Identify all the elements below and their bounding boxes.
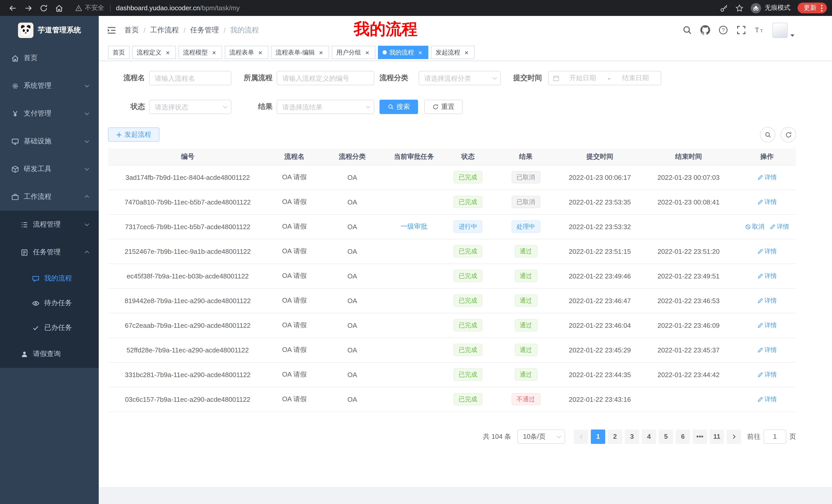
tab-close-icon[interactable]: × xyxy=(210,49,217,56)
tab-用户分组[interactable]: 用户分组× xyxy=(332,46,375,59)
detail-action-link[interactable]: 详情 xyxy=(757,321,777,330)
pagination-next-button[interactable] xyxy=(727,429,741,444)
breadcrumb-workflow[interactable]: 工作流程 xyxy=(150,25,179,35)
page-size-select[interactable] xyxy=(517,429,565,444)
pagination-prev-button[interactable] xyxy=(574,429,588,444)
detail-action-link[interactable]: 详情 xyxy=(757,272,777,280)
create-process-button[interactable]: 发起流程 xyxy=(108,128,159,142)
pager-page-4[interactable]: 4 xyxy=(642,429,656,444)
avatar[interactable] xyxy=(772,22,788,38)
cancel-action-link[interactable]: 取消 xyxy=(745,222,764,231)
cell-category: OA xyxy=(321,362,383,387)
search-icon[interactable] xyxy=(682,25,692,35)
sidebar-toggle-icon[interactable] xyxy=(107,25,116,35)
detail-action-link[interactable]: 详情 xyxy=(757,370,777,379)
tab-close-icon[interactable]: × xyxy=(164,49,171,56)
reset-button[interactable]: 重置 xyxy=(424,100,463,114)
incognito-badge: 无痕模式 xyxy=(751,3,790,13)
cell-process-name: OA 请假 xyxy=(267,338,321,362)
cell-category: OA xyxy=(321,338,383,362)
date-start-placeholder[interactable]: 开始日期 xyxy=(562,74,604,83)
table-toolbar: 发起流程 xyxy=(108,127,796,142)
sidebar-item-task-mgmt[interactable]: 任务管理 xyxy=(0,239,99,266)
pager-page-11[interactable]: 11 xyxy=(710,429,724,444)
status-select-input[interactable] xyxy=(149,100,231,114)
pager-page-3[interactable]: 3 xyxy=(625,429,639,444)
pager-more-button[interactable]: ••• xyxy=(693,429,707,444)
process-name-input[interactable] xyxy=(149,71,231,85)
address-bar[interactable]: 不安全 dashboard.yudao.iocoder.cn /bpm/task… xyxy=(75,4,240,12)
cell-end-time: 2022-01-22 23:49:51 xyxy=(639,263,738,288)
pager-page-6[interactable]: 6 xyxy=(676,429,690,444)
tab-发起流程[interactable]: 发起流程× xyxy=(431,46,475,59)
cell-id: 2152467e-7b9b-11ec-9a1b-acde48001122 xyxy=(108,239,267,263)
sidebar-item-process-mgmt[interactable]: 流程管理 xyxy=(0,211,99,239)
table-row: 7317cec6-7b9b-11ec-b5b7-acde48001122OA 请… xyxy=(108,214,796,239)
tab-close-icon[interactable]: × xyxy=(317,49,324,56)
sidebar-item-devtools[interactable]: 研发工具 xyxy=(0,155,99,183)
pager-page-2[interactable]: 2 xyxy=(608,429,622,444)
tab-close-icon[interactable]: × xyxy=(257,49,264,56)
category-select-input[interactable] xyxy=(419,71,501,85)
browser-home-icon[interactable] xyxy=(55,4,63,12)
tab-流程表单[interactable]: 流程表单× xyxy=(225,46,268,59)
sidebar-item-my-process[interactable]: 我的流程 xyxy=(0,266,99,291)
briefcase-icon xyxy=(11,193,19,201)
result-select-input[interactable] xyxy=(277,100,374,114)
pager-page-1[interactable]: 1 xyxy=(591,429,605,444)
detail-action-link[interactable]: 详情 xyxy=(757,173,777,181)
browser-back-icon[interactable] xyxy=(9,4,17,12)
sidebar-item-home[interactable]: 首页 xyxy=(0,44,99,72)
tab-流程表单-编辑[interactable]: 流程表单-编辑× xyxy=(271,46,329,59)
status-select[interactable] xyxy=(149,100,231,114)
sidebar-item-infra[interactable]: 基础设施 xyxy=(0,128,99,155)
sidebar-item-workflow[interactable]: 工作流程 xyxy=(0,183,99,211)
tab-流程定义[interactable]: 流程定义× xyxy=(132,46,176,59)
result-select[interactable] xyxy=(277,100,374,114)
user-menu[interactable] xyxy=(772,22,795,38)
github-icon[interactable] xyxy=(700,25,710,35)
cell-submit-time: 2022-01-22 23:53:35 xyxy=(561,190,639,214)
goto-page-input[interactable] xyxy=(763,429,786,444)
detail-action-link[interactable]: 详情 xyxy=(757,247,777,256)
browser-reload-icon[interactable] xyxy=(40,4,48,12)
tab-流程模型[interactable]: 流程模型× xyxy=(178,46,222,59)
sidebar-item-payment[interactable]: 支付管理 xyxy=(0,100,99,128)
password-key-icon[interactable] xyxy=(720,4,728,12)
tab-close-icon[interactable]: × xyxy=(417,49,424,56)
sidebar-item-leave-query[interactable]: 请假查询 xyxy=(0,340,99,368)
breadcrumb-task-mgmt[interactable]: 任务管理 xyxy=(190,25,219,35)
tab-close-icon[interactable]: × xyxy=(364,49,371,56)
detail-action-link[interactable]: 详情 xyxy=(770,222,789,231)
date-end-placeholder[interactable]: 结束日期 xyxy=(614,74,657,83)
tab-我的流程[interactable]: 我的流程× xyxy=(378,46,428,59)
submit-time-range-picker[interactable]: 开始日期 - 结束日期 xyxy=(548,71,661,85)
tab-close-icon[interactable]: × xyxy=(463,49,470,56)
detail-action-link[interactable]: 详情 xyxy=(757,395,777,403)
pager-page-5[interactable]: 5 xyxy=(659,429,673,444)
parent-process-input[interactable] xyxy=(277,71,374,85)
search-button[interactable]: 搜索 xyxy=(380,100,418,114)
tab-首页[interactable]: 首页 xyxy=(108,46,130,59)
breadcrumb-home[interactable]: 首页 xyxy=(125,25,139,35)
detail-action-link[interactable]: 详情 xyxy=(757,345,777,354)
bookmark-star-icon[interactable] xyxy=(735,4,744,12)
category-select[interactable] xyxy=(419,71,501,85)
refresh-table-button[interactable] xyxy=(781,127,796,142)
sidebar-item-done-tasks[interactable]: 已办任务 xyxy=(0,315,99,340)
detail-action-link[interactable]: 详情 xyxy=(757,296,777,305)
result-tag: 已取消 xyxy=(511,171,540,184)
fullscreen-icon[interactable] xyxy=(736,25,746,35)
sidebar-item-system[interactable]: 系统管理 xyxy=(0,72,99,100)
not-secure-badge[interactable]: 不安全 xyxy=(75,4,104,12)
update-button[interactable]: 更新 xyxy=(798,3,827,13)
browser-forward-icon[interactable] xyxy=(24,4,32,12)
current-task-link[interactable]: 一级审批 xyxy=(400,222,427,230)
show-search-button[interactable] xyxy=(760,127,775,142)
detail-action-link[interactable]: 详情 xyxy=(757,198,777,206)
sidebar-item-todo-tasks[interactable]: 待办任务 xyxy=(0,291,99,315)
browser-menu-icon[interactable] xyxy=(821,4,823,11)
app-logo[interactable]: 芋道管理系统 xyxy=(0,16,99,44)
font-size-icon[interactable]: TT xyxy=(754,25,764,35)
help-icon[interactable]: ? xyxy=(718,25,728,35)
